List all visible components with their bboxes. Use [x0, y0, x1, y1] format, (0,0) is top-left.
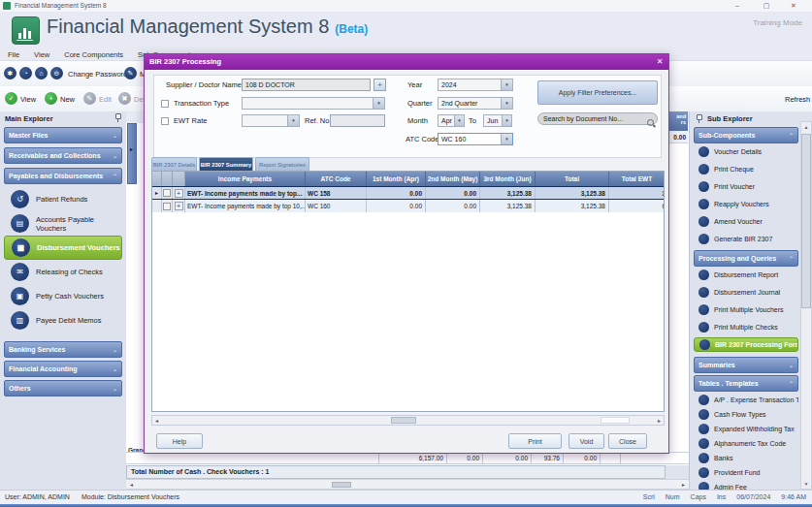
col-3rd-month[interactable]: 3rd Month (Jun) [480, 172, 536, 186]
chevron-down-icon[interactable]: ▾ [454, 115, 464, 126]
close-window-icon[interactable]: ✕ [787, 1, 800, 11]
section-receivables[interactable]: Receivables and Collections ⌄ [4, 147, 122, 164]
scroll-down-icon[interactable]: ▼ [801, 479, 811, 489]
expand-row-icon[interactable]: + [175, 189, 183, 198]
scrollbar-thumb[interactable] [332, 482, 351, 488]
scrollbar-thumb[interactable] [801, 134, 811, 308]
account-icon-2[interactable]: ◔ [19, 67, 32, 79]
change-password-button[interactable]: Change Password [68, 70, 127, 79]
subitem-print-voucher[interactable]: Print Voucher [694, 179, 798, 194]
new-icon[interactable]: + [45, 92, 57, 105]
scroll-left-icon[interactable]: ◄ [154, 418, 159, 424]
view-icon[interactable]: ✓ [5, 92, 17, 105]
menu-file[interactable]: File [8, 50, 19, 59]
quarter-dropdown[interactable]: 2nd Quarter ▾ [438, 97, 513, 110]
section-payables[interactable]: Payables and Disbursements ⌃ [4, 168, 122, 184]
col-total-ewt[interactable]: Total EWT [609, 172, 665, 186]
row-checkbox[interactable] [163, 189, 171, 197]
subitem-generate-bir-2307[interactable]: Generate BIR 2307 [694, 232, 798, 246]
print-button[interactable]: Print [508, 433, 562, 449]
transaction-type-checkbox[interactable] [161, 100, 169, 108]
expand-row-icon[interactable]: + [175, 202, 183, 210]
dialog-close-icon[interactable]: ✕ [654, 56, 666, 68]
chevron-down-icon[interactable]: ▾ [502, 115, 511, 126]
section-processing-queries[interactable]: Processing and Queries ⌃ [694, 250, 798, 267]
section-sub-components[interactable]: Sub-Components ⌃ [694, 127, 798, 143]
void-button[interactable]: Void [568, 433, 604, 449]
subitem-print-cheque[interactable]: Print Cheque [694, 162, 798, 176]
scroll-up-icon[interactable]: ▲ [801, 122, 811, 132]
section-financial-accounting[interactable]: Financial Accounting ⌄ [4, 361, 122, 377]
tab-bir-2307-summary[interactable]: BIR 2307 Summary [199, 157, 253, 171]
chevron-down-icon[interactable]: ▾ [501, 134, 512, 144]
subitem-print-multiple-vouchers[interactable]: Print Multiple Vouchers [694, 302, 798, 317]
sidebar-item-releasing-of-checks[interactable]: ✉ Releasing of Checks [4, 260, 122, 284]
account-icon-1[interactable]: ✱ [4, 67, 16, 79]
scroll-left-icon[interactable]: ◄ [129, 482, 134, 488]
atc-code-dropdown[interactable]: WC 160 ▾ [438, 133, 513, 145]
grid-row-selected[interactable]: ► + EWT- Income payments made by top... … [152, 186, 664, 200]
subitem-provident-fund[interactable]: Provident Fund [694, 465, 798, 480]
month-from-dropdown[interactable]: Apr ▾ [438, 114, 465, 127]
subitem-reapply-vouchers[interactable]: Reapply Vouchers [694, 197, 798, 211]
ref-no-field[interactable] [330, 114, 385, 127]
sidebar-item-petty-cash-vouchers[interactable]: ▣ Petty Cash Vouchers [4, 284, 122, 308]
pin-icon[interactable] [114, 113, 121, 122]
col-income-payments[interactable]: Income Payments [185, 172, 306, 186]
close-button[interactable]: Close [608, 433, 647, 449]
tab-bir-2307-details[interactable]: BIR 2307 Details [151, 157, 197, 171]
new-button[interactable]: New [60, 95, 75, 104]
scrollbar-thumb[interactable] [391, 417, 416, 424]
supplier-lookup-button[interactable]: + [374, 79, 386, 91]
section-summaries[interactable]: Summaries ⌄ [694, 357, 798, 373]
account-icon-3[interactable]: ⌂ [35, 67, 48, 79]
section-banking-services[interactable]: Banking Services ⌄ [4, 341, 122, 358]
ewt-rate-dropdown[interactable]: ▾ [242, 114, 300, 127]
subitem-bir-2307-processing-form[interactable]: BIR 2307 Processing Form [694, 337, 798, 352]
chevron-down-icon[interactable]: ▾ [501, 98, 512, 109]
sub-explorer-scrollbar[interactable]: ▲ ▼ [800, 121, 812, 490]
section-tables-templates[interactable]: Tables . Templates ⌃ [694, 375, 798, 392]
subitem-amend-voucher[interactable]: Amend Voucher [694, 214, 798, 229]
supplier-field[interactable]: 108 D DOCTOR [242, 79, 371, 91]
account-icon-4[interactable]: ⊖ [50, 67, 63, 79]
subitem-disbursement-journal[interactable]: Disbursement Journal [694, 285, 798, 300]
col-atc-code[interactable]: ATC Code [306, 172, 367, 186]
subitem-voucher-details[interactable]: Voucher Details [694, 144, 798, 159]
tab-report-signatories[interactable]: Report Signatories [255, 157, 309, 171]
col-2nd-month[interactable]: 2nd Month (May) [426, 172, 480, 186]
pin-icon[interactable] [695, 114, 702, 123]
dialog-titlebar[interactable]: BIR 2307 Processing [145, 54, 668, 70]
sidebar-item-patient-refunds[interactable]: ↺ Patient Refunds [4, 187, 122, 211]
transaction-type-dropdown[interactable]: ▾ [242, 97, 385, 110]
ewt-rate-checkbox[interactable] [161, 117, 169, 125]
chevron-down-icon[interactable]: ▾ [287, 115, 299, 126]
subitem-expanded-withholding-tax[interactable]: Expanded Withholding Tax [694, 422, 798, 436]
help-button[interactable]: Help [156, 433, 203, 449]
maximize-icon[interactable]: ▢ [760, 1, 773, 11]
year-dropdown[interactable]: 2024 ▾ [438, 79, 513, 91]
subitem-print-multiple-checks[interactable]: Print Multiple Checks [694, 320, 798, 334]
my-settings-icon[interactable]: ✎ [124, 67, 137, 79]
month-to-dropdown[interactable]: Jun ▾ [483, 114, 512, 127]
apply-filter-preferences-button[interactable]: Apply Filter Preferences... [537, 80, 658, 105]
menu-view[interactable]: View [34, 50, 49, 59]
chevron-down-icon[interactable]: ▾ [501, 79, 512, 90]
minimize-icon[interactable]: – [731, 1, 744, 11]
sidebar-item-disbursement-vouchers[interactable]: ▦ Disbursement Vouchers [4, 236, 122, 260]
sidebar-item-accounts-payable[interactable]: ▤ Accounts Payable Vouchers [4, 211, 122, 236]
menu-core-components[interactable]: Core Components [64, 50, 123, 59]
col-total[interactable]: Total [536, 172, 609, 186]
subitem-disbursement-report[interactable]: Disbursement Report [694, 268, 798, 282]
grid-row[interactable]: + EWT- Income payments made by top 10,..… [152, 200, 664, 212]
col-1st-month[interactable]: 1st Month (Apr) [367, 172, 426, 186]
row-checkbox[interactable] [163, 203, 171, 210]
subitem-cash-flow-types[interactable]: Cash Flow Types [694, 407, 798, 422]
subitem-banks[interactable]: Banks [694, 451, 798, 465]
sidebar-item-payee-debit-memos[interactable]: ▥ Payee Debit Memos [4, 308, 122, 333]
section-others[interactable]: Others ⌄ [4, 380, 122, 396]
dialog-horizontal-scrollbar[interactable]: ◄ ► [151, 415, 665, 426]
scroll-right-icon[interactable]: ► [681, 482, 686, 488]
subitem-alphanumeric-tax-code[interactable]: Alphanumeric Tax Code [694, 436, 798, 451]
scroll-right-icon[interactable]: ► [657, 418, 662, 424]
